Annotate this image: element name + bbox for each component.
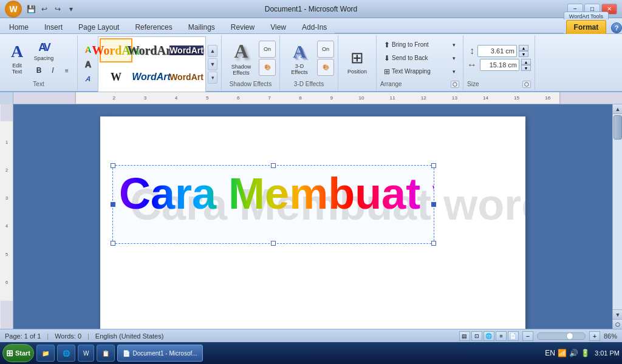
- 3d-on-btn[interactable]: On: [317, 41, 334, 58]
- taskbar-word[interactable]: W: [78, 345, 94, 362]
- height-input[interactable]: [477, 45, 517, 57]
- tab-references[interactable]: References: [127, 20, 180, 34]
- status-bar: Page: 1 of 1 | Words: 0 | English (Unite…: [0, 329, 622, 342]
- shadow-color-btn[interactable]: 🎨: [259, 59, 276, 76]
- bring-front-icon: ⬆: [384, 41, 390, 49]
- taskbar-chrome[interactable]: 🌐: [57, 345, 75, 362]
- fill-icon: A: [85, 45, 91, 55]
- height-spin-down[interactable]: ▼: [519, 51, 528, 57]
- tab-mailings[interactable]: Mailings: [180, 20, 223, 34]
- width-icon: ↔: [467, 59, 477, 70]
- gallery-scroll-more[interactable]: ▾: [208, 72, 217, 84]
- scroll-down-arrow[interactable]: ▼: [613, 309, 622, 319]
- tab-review[interactable]: Review: [223, 20, 262, 34]
- transform-icon: A: [84, 75, 91, 83]
- gallery-item-5[interactable]: WordArt: [135, 65, 168, 89]
- gallery-item-6[interactable]: WordArt: [170, 65, 203, 89]
- web-layout-btn[interactable]: 🌐: [484, 331, 494, 341]
- svg-text:15: 15: [514, 96, 520, 101]
- size-expand-btn[interactable]: ⬡: [522, 81, 531, 88]
- gallery-item-2[interactable]: WordArt: [135, 38, 168, 62]
- 3d-color-btn[interactable]: 🎨: [317, 59, 334, 76]
- wordart-transform-btn[interactable]: A: [81, 72, 95, 86]
- shadow-effects-button[interactable]: A ShadowEffects: [225, 40, 257, 76]
- zoom-thumb[interactable]: [566, 332, 573, 340]
- svg-rect-1: [13, 92, 75, 104]
- status-left: Page: 1 of 1 | Words: 0 | English (Unite…: [5, 332, 163, 340]
- full-reading-btn[interactable]: ⊡: [471, 331, 482, 341]
- height-spin-up[interactable]: ▲: [519, 45, 528, 51]
- tab-addins[interactable]: Add-Ins: [294, 20, 335, 34]
- height-row: ↕ ▲ ▼: [470, 45, 528, 57]
- scroll-track[interactable]: [613, 114, 622, 309]
- gallery-item-3[interactable]: WordArt: [170, 38, 203, 62]
- arrange-expand-btn[interactable]: ⬡: [451, 81, 459, 88]
- tab-pagelayout[interactable]: Page Layout: [70, 20, 127, 34]
- spacing-button[interactable]: AV Spacing: [32, 39, 55, 63]
- wordart-styles-content: A A A WordArt WordArt: [81, 36, 217, 92]
- taskbar-document[interactable]: 📄 Document1 - Microsof...: [117, 345, 202, 362]
- gallery-item-4[interactable]: W: [100, 65, 132, 89]
- send-back-dropdown[interactable]: ▾: [453, 55, 456, 61]
- 3d-effects-button[interactable]: A 3-DEffects: [284, 40, 315, 76]
- language-info: English (United States): [95, 332, 164, 340]
- zoom-in-btn[interactable]: +: [589, 331, 600, 341]
- tab-format[interactable]: Format: [566, 20, 607, 34]
- undo-quick-btn[interactable]: ↩: [39, 4, 50, 15]
- scroll-up-arrow[interactable]: ▲: [613, 104, 622, 114]
- handle-bottomcenter[interactable]: [271, 241, 276, 246]
- tab-insert[interactable]: Insert: [36, 20, 70, 34]
- position-button[interactable]: ⊞ Position: [342, 44, 372, 78]
- width-row: ↔ ▲ ▼: [467, 59, 531, 71]
- svg-rect-0: [13, 92, 622, 104]
- windows-logo: ⊞: [6, 348, 13, 358]
- align-button[interactable]: ≡: [60, 64, 73, 77]
- zoom-out-btn[interactable]: −: [522, 331, 533, 341]
- redo-quick-btn[interactable]: ↪: [52, 4, 63, 15]
- bold-button[interactable]: B: [32, 64, 46, 77]
- shadow-on-btn[interactable]: On: [259, 41, 276, 58]
- start-button[interactable]: ⊞ Start: [2, 344, 34, 362]
- text-wrapping-button[interactable]: ⊞ Text Wrapping ▾: [380, 66, 459, 78]
- quick-access-toolbar: 💾 ↩ ↪ ▾: [26, 4, 77, 15]
- office-button[interactable]: W: [5, 1, 22, 18]
- print-layout-btn[interactable]: ▤: [459, 331, 470, 341]
- width-spin-down[interactable]: ▼: [521, 65, 531, 71]
- ruler-corner: [0, 92, 13, 104]
- gallery-scroll-down[interactable]: ▼: [208, 58, 217, 70]
- text-wrapping-dropdown[interactable]: ▾: [453, 69, 456, 75]
- vertical-scrollbar[interactable]: ▲ ▼ ⬡: [612, 104, 622, 329]
- document-page: Cara Membuat word art Cara Membuat word …: [100, 116, 525, 329]
- outline-view-btn[interactable]: ≡: [496, 331, 507, 341]
- italic-button[interactable]: I: [46, 64, 60, 77]
- taskbar: ⊞ Start 📁 🌐 W 📋 📄 Document1 - Microsof..…: [0, 342, 622, 364]
- edit-text-button[interactable]: A EditText: [4, 41, 30, 75]
- send-back-button[interactable]: ⬇ Send to Back ▾: [380, 52, 459, 64]
- scroll-thumb[interactable]: [613, 115, 622, 140]
- svg-rect-20: [1, 104, 13, 329]
- help-button[interactable]: ?: [611, 22, 622, 33]
- spacing-label: Spacing: [34, 55, 54, 61]
- draft-view-btn[interactable]: 📄: [508, 331, 519, 341]
- handle-bottomleft[interactable]: [111, 241, 115, 246]
- tab-home[interactable]: Home: [1, 20, 36, 34]
- wordart-outline-btn[interactable]: A: [81, 58, 95, 71]
- size-footer: Size ⬡: [467, 79, 531, 89]
- taskbar-other[interactable]: 📋: [97, 345, 115, 362]
- bring-front-button[interactable]: ⬆ Bring to Front ▾: [380, 39, 459, 51]
- save-quick-btn[interactable]: 💾: [26, 4, 36, 15]
- bring-front-dropdown[interactable]: ▾: [453, 42, 456, 48]
- customize-quick-btn[interactable]: ▾: [66, 4, 77, 15]
- scroll-resize-handle[interactable]: ⬡: [613, 319, 622, 329]
- handle-bottomright[interactable]: [431, 241, 436, 246]
- wordart-container[interactable]: Cara Membuat word art Cara Membuat word …: [112, 165, 434, 244]
- taskbar-explorer[interactable]: 📁: [36, 345, 55, 362]
- svg-text:4: 4: [5, 224, 8, 229]
- zoom-slider[interactable]: [537, 332, 586, 340]
- gallery-scroll-up[interactable]: ▲: [208, 45, 217, 57]
- tab-view[interactable]: View: [262, 20, 294, 34]
- explorer-icon: 📁: [42, 350, 49, 357]
- document-scroll[interactable]: Cara Membuat word art Cara Membuat word …: [13, 104, 612, 329]
- width-spin-up[interactable]: ▲: [521, 59, 531, 65]
- width-input[interactable]: [480, 59, 519, 71]
